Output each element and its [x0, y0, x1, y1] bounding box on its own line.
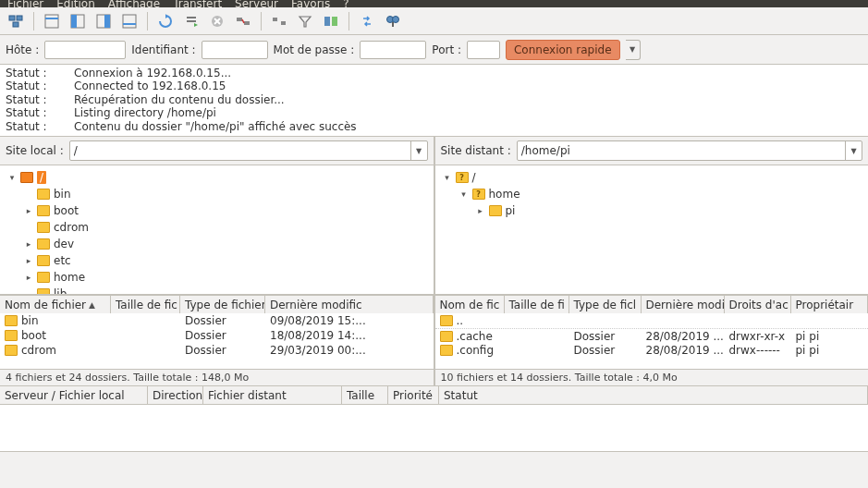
tree-item[interactable]: ▾ ? home: [437, 186, 867, 202]
col-perm[interactable]: Droits d'ac: [725, 296, 791, 313]
local-path-combo[interactable]: ▼: [69, 140, 428, 161]
expand-icon[interactable]: ▸: [24, 206, 33, 215]
list-item[interactable]: .cache Dossier 28/08/2019 ... drwxr-xr-x…: [435, 328, 869, 343]
message-log[interactable]: Statut :Connexion à 192.168.0.15... Stat…: [0, 65, 868, 137]
expand-icon[interactable]: ▾: [443, 173, 452, 182]
svg-rect-23: [324, 17, 330, 26]
list-item[interactable]: .config Dossier 28/08/2019 ... drwx-----…: [435, 343, 869, 358]
queue-list[interactable]: [0, 405, 868, 451]
col-server-file[interactable]: Serveur / Fichier local: [0, 386, 148, 404]
tree-label: /: [472, 171, 476, 184]
expand-icon[interactable]: ▸: [476, 206, 485, 215]
filter-button[interactable]: [295, 11, 315, 31]
list-item[interactable]: bin Dossier 09/08/2019 15:...: [0, 313, 434, 328]
expand-icon[interactable]: ▸: [24, 239, 33, 249]
process-queue-button[interactable]: [181, 11, 202, 31]
col-status[interactable]: Statut: [439, 386, 868, 404]
file-mod: 28/08/2019 ...: [642, 344, 725, 357]
queue-tab[interactable]: [6, 455, 9, 468]
local-list-header: Nom de fichier▲ Taille de fic Type de fi…: [0, 295, 434, 313]
folder-icon: [37, 255, 50, 266]
toggle-local-tree-button[interactable]: [67, 11, 88, 31]
remote-file-list[interactable]: .. .cache Dossier 28/08/2019 ... drwxr-x…: [435, 313, 869, 369]
file-name: cdrom: [21, 344, 56, 357]
site-manager-button[interactable]: [6, 11, 26, 31]
disconnect-button[interactable]: [233, 11, 253, 31]
tree-item[interactable]: ▸ boot: [2, 202, 432, 219]
file-owner: pi pi: [791, 344, 869, 357]
col-size[interactable]: Taille de fic: [111, 296, 180, 313]
col-size[interactable]: Taille de fi: [505, 296, 569, 313]
col-name[interactable]: Nom de fic: [435, 296, 505, 313]
chevron-down-icon[interactable]: ▼: [410, 141, 427, 160]
expand-icon[interactable]: ▾: [459, 189, 469, 199]
tree-item[interactable]: lib: [2, 286, 432, 295]
pass-input[interactable]: [360, 41, 426, 59]
file-owner: pi pi: [791, 330, 869, 343]
remote-status: 10 fichiers et 14 dossiers. Taille total…: [435, 369, 869, 385]
refresh-button[interactable]: [155, 11, 176, 31]
col-mod[interactable]: Dernière modi: [642, 296, 725, 313]
local-tree[interactable]: ▾ / bin ▸ boot cdrom ▸ dev ▸ etc ▸ home: [0, 165, 434, 295]
folder-icon: [37, 205, 50, 216]
quickconnect-history-button[interactable]: ▼: [626, 40, 641, 60]
toggle-queue-button[interactable]: [119, 11, 140, 31]
tree-item[interactable]: bin: [2, 186, 432, 202]
col-priority[interactable]: Priorité: [388, 386, 439, 404]
col-name[interactable]: Nom de fichier▲: [0, 296, 111, 313]
local-path-input[interactable]: [70, 144, 410, 157]
user-input[interactable]: [202, 41, 268, 59]
list-item[interactable]: ..: [435, 313, 869, 328]
compare-button[interactable]: [321, 11, 341, 31]
menu-item[interactable]: Édition: [56, 0, 95, 7]
toggle-log-button[interactable]: [42, 11, 62, 31]
menu-item[interactable]: Fichier: [7, 0, 43, 7]
sync-browsing-button[interactable]: [357, 11, 377, 31]
tree-label: dev: [54, 238, 74, 250]
menu-item[interactable]: ?: [343, 0, 348, 7]
folder-icon: [440, 345, 453, 356]
col-owner[interactable]: Propriétair: [791, 296, 869, 313]
file-name: .cache: [457, 330, 493, 343]
remote-path-combo[interactable]: ▼: [517, 140, 862, 161]
svg-rect-20: [273, 18, 277, 21]
expand-icon[interactable]: ▸: [24, 273, 33, 282]
reconnect-button[interactable]: [269, 11, 289, 31]
quickconnect-button[interactable]: Connexion rapide: [506, 40, 620, 60]
expand-icon[interactable]: ▾: [7, 173, 17, 182]
tree-label: pi: [506, 204, 516, 217]
menu-item[interactable]: Transfert: [173, 0, 222, 7]
tree-item[interactable]: ▾ ? /: [437, 169, 867, 186]
col-size[interactable]: Taille: [342, 386, 388, 404]
expand-icon[interactable]: ▸: [24, 256, 33, 265]
col-type[interactable]: Type de ficl: [569, 296, 642, 313]
log-key: Statut :: [6, 67, 52, 79]
menu-item[interactable]: Serveur: [235, 0, 278, 7]
port-input[interactable]: [467, 41, 500, 59]
remote-path-input[interactable]: [518, 144, 845, 157]
tree-item[interactable]: ▸ etc: [2, 252, 432, 269]
cancel-button[interactable]: [207, 11, 227, 31]
list-item[interactable]: cdrom Dossier 29/03/2019 00:...: [0, 343, 434, 358]
chevron-down-icon: ▼: [630, 45, 635, 54]
col-type[interactable]: Type de fichier: [180, 296, 265, 313]
list-item[interactable]: boot Dossier 18/08/2019 14:...: [0, 328, 434, 343]
col-mod[interactable]: Dernière modific: [265, 296, 434, 313]
search-button[interactable]: [383, 11, 403, 31]
local-file-list[interactable]: bin Dossier 09/08/2019 15:... boot Dossi…: [0, 313, 434, 369]
host-input[interactable]: [44, 41, 126, 59]
tree-item[interactable]: cdrom: [2, 219, 432, 236]
toggle-remote-tree-button[interactable]: [93, 11, 114, 31]
col-remote-file[interactable]: Fichier distant: [203, 386, 342, 404]
file-mod: 28/08/2019 ...: [642, 330, 725, 343]
menu-item[interactable]: Favoris: [291, 0, 330, 7]
menu-item[interactable]: Affichage: [108, 0, 160, 7]
col-direction[interactable]: Direction: [148, 386, 203, 404]
remote-tree[interactable]: ▾ ? / ▾ ? home ▸ pi: [435, 165, 869, 295]
tree-item[interactable]: ▾ /: [2, 169, 432, 186]
tree-item[interactable]: ▸ dev: [2, 236, 432, 252]
tree-item[interactable]: ▸ pi: [437, 202, 867, 219]
tree-item[interactable]: ▸ home: [2, 269, 432, 286]
chevron-down-icon[interactable]: ▼: [845, 141, 862, 160]
log-msg: Listing directory /home/pi: [74, 106, 216, 119]
